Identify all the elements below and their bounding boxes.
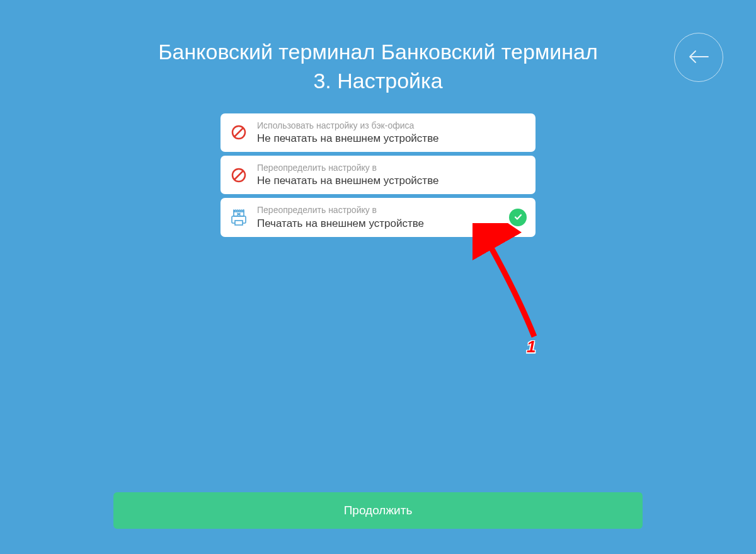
- prohibit-icon: [229, 123, 248, 142]
- options-list: Использовать настройку из бэк-офиса Не п…: [220, 113, 536, 237]
- svg-rect-6: [235, 221, 243, 225]
- option-text: Переопределить настройку в Печатать на в…: [257, 204, 500, 230]
- arrow-left-icon: [688, 50, 709, 66]
- option-label: Печатать на внешнем устройстве: [257, 217, 500, 231]
- option-text: Использовать настройку из бэк-офиса Не п…: [257, 120, 527, 146]
- back-button[interactable]: [674, 33, 723, 82]
- option-text: Переопределить настройку в Не печатать н…: [257, 162, 527, 188]
- option-label: Не печатать на внешнем устройстве: [257, 132, 527, 146]
- selected-check-icon: [509, 209, 527, 226]
- annotation-arrow-icon: [472, 223, 554, 352]
- page-title: Банковский терминал Банковский терминал …: [158, 0, 598, 96]
- continue-button[interactable]: Продолжить: [113, 492, 643, 529]
- option-override-print[interactable]: Переопределить настройку в Печатать на в…: [220, 198, 536, 236]
- svg-line-3: [235, 171, 243, 179]
- option-subtitle: Переопределить настройку в: [257, 162, 527, 173]
- option-label: Не печатать на внешнем устройстве: [257, 174, 527, 188]
- option-use-backoffice[interactable]: Использовать настройку из бэк-офиса Не п…: [220, 113, 536, 152]
- option-override-no-print[interactable]: Переопределить настройку в Не печатать н…: [220, 156, 536, 194]
- printer-icon: [229, 208, 248, 227]
- annotation-number: 1: [527, 337, 536, 357]
- option-subtitle: Использовать настройку из бэк-офиса: [257, 120, 527, 131]
- option-subtitle: Переопределить настройку в: [257, 204, 500, 216]
- svg-line-1: [235, 129, 243, 137]
- prohibit-icon: [229, 166, 248, 185]
